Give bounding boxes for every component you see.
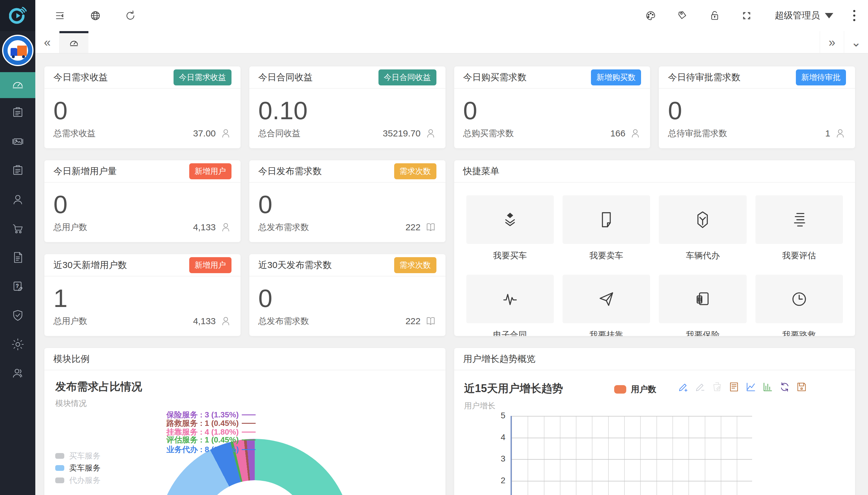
quick-item-affiliation[interactable]: 我要挂靠 — [562, 275, 650, 336]
sidebar-item-requirements[interactable] — [0, 156, 35, 185]
user-icon — [629, 128, 641, 139]
tabs-scroll-left-button[interactable]: « — [35, 31, 59, 53]
sidebar-item-dashboard[interactable] — [0, 72, 35, 98]
total-label: 总发布需求数 — [258, 222, 309, 233]
legend-item-sell-service[interactable]: 卖车服务 — [55, 463, 101, 473]
status-badge: 新增用户 — [189, 163, 231, 179]
stat-card-contract-income: 今日合同收益今日合同收益 0.10 总合同收益 35219.70 — [249, 66, 446, 148]
quick-item-e-contract[interactable]: 电子合同 — [466, 275, 554, 336]
theme-button[interactable] — [644, 9, 658, 23]
menu-collapse-icon — [54, 10, 66, 22]
legend-item-agency-service[interactable]: 代办服务 — [55, 475, 101, 485]
book-icon — [425, 222, 436, 233]
quick-item-road-rescue[interactable]: 我要路救 — [756, 275, 843, 336]
card-title: 用户增长趋势概览 — [463, 353, 536, 365]
caret-down-icon — [825, 13, 833, 18]
unlock-icon — [709, 10, 721, 22]
sidebar-item-feedback[interactable]: ? — [0, 272, 35, 301]
status-badge: 今日需求收益 — [174, 69, 231, 85]
sidebar-item-settings[interactable] — [0, 330, 35, 359]
stat-value: 1 — [53, 284, 231, 312]
sidebar-item-users[interactable] — [0, 185, 35, 214]
tab-dashboard[interactable] — [59, 31, 88, 53]
sidebar-collapse-button[interactable] — [53, 9, 67, 23]
refresh-icon[interactable] — [779, 381, 791, 393]
stat-value: 0 — [258, 190, 436, 218]
refresh-button[interactable] — [123, 9, 137, 23]
edit-add-icon[interactable] — [678, 381, 689, 393]
more-options-button[interactable] — [853, 10, 855, 21]
quick-item-evaluate[interactable]: 我要评估 — [756, 195, 843, 261]
legend-swatch — [614, 385, 626, 394]
clear-icon[interactable] — [711, 381, 723, 393]
status-badge: 今日合同收益 — [379, 69, 436, 85]
card-title: 今日合同收益 — [258, 71, 313, 84]
sidebar-menu: ? — [0, 72, 35, 388]
legend-item-user-count[interactable]: 用户数 — [614, 383, 656, 395]
line-chart-icon[interactable] — [745, 381, 757, 393]
legend-swatch — [55, 478, 64, 483]
top-header: 超级管理员 — [35, 0, 868, 31]
user-growth-card: 用户增长趋势概览 近15天用户增长趋势 用户数 — [454, 348, 855, 495]
lock-screen-button[interactable] — [708, 9, 722, 23]
user-menu[interactable]: 超级管理员 — [775, 10, 833, 22]
gallery-icon — [11, 135, 24, 148]
user-name: 超级管理员 — [775, 10, 820, 22]
line-chart-area: 近15天用户增长趋势 用户数 — [454, 370, 855, 495]
svg-text:?: ? — [16, 283, 18, 289]
sidebar-item-banners[interactable] — [0, 127, 35, 156]
quick-item-label: 我要评估 — [782, 250, 816, 261]
app-logo[interactable] — [0, 0, 35, 31]
dashboard-content: 今日需求收益今日需求收益 0 总需求收益 37.00 今日合同收益今日合同收益 … — [35, 53, 868, 495]
card-title: 今日发布需求数 — [258, 165, 322, 177]
paper-plane-icon — [597, 290, 616, 308]
stat-value: 0 — [53, 190, 231, 218]
pulse-icon — [501, 290, 519, 308]
tags-button[interactable] — [676, 9, 690, 23]
legend-item-buy-service[interactable]: 买车服务 — [55, 450, 101, 461]
stat-card-new-users-today: 今日新增用户量新增用户 0 总用户数 4,133 — [45, 160, 241, 242]
save-icon[interactable] — [796, 381, 808, 393]
sidebar-item-security[interactable] — [0, 301, 35, 330]
quick-item-label: 电子合同 — [493, 329, 527, 336]
data-view-icon[interactable] — [728, 381, 740, 393]
chart-subtitle: 模块情况 — [55, 398, 87, 409]
total-label: 总购买需求数 — [463, 128, 514, 139]
tabs-scroll-right-button[interactable]: » — [820, 31, 844, 53]
quick-item-buy-car[interactable]: 我要买车 — [466, 195, 554, 261]
sidebar-item-documents[interactable] — [0, 243, 35, 272]
card-title: 模块比例 — [53, 353, 90, 365]
clock-icon — [790, 290, 809, 308]
fullscreen-icon — [741, 10, 753, 22]
tabs-menu-button[interactable]: ⌄ — [844, 31, 868, 53]
total-label: 总发布需求数 — [258, 315, 309, 327]
status-badge: 新增用户 — [189, 257, 231, 273]
legend-swatch — [55, 465, 64, 471]
bar-chart-icon[interactable] — [762, 381, 774, 393]
language-button[interactable] — [88, 9, 102, 23]
quick-item-vehicle-agency[interactable]: 车辆代办 — [659, 195, 746, 261]
y-tick: 4 — [466, 432, 505, 442]
edit-remove-icon[interactable] — [694, 381, 706, 393]
total-value: 35219.70 — [383, 128, 420, 139]
pie-chart-area: 发布需求占比情况 模块情况 保险服务 : 3 (1.35%) 路救服务 : 1 … — [45, 370, 446, 495]
fullscreen-button[interactable] — [740, 9, 753, 23]
total-value: 222 — [405, 222, 420, 233]
quick-item-label: 我要卖车 — [589, 250, 623, 261]
sidebar-item-admins[interactable] — [0, 359, 35, 388]
chart-title: 发布需求占比情况 — [55, 379, 142, 394]
user-icon — [425, 128, 436, 139]
stat-card-published-demand-today: 今日发布需求数需求次数 0 总发布需求数 222 — [249, 160, 446, 242]
y-tick: 3 — [466, 454, 505, 464]
sidebar-item-shop[interactable] — [0, 214, 35, 243]
status-badge: 新增待审批 — [796, 69, 846, 85]
total-label: 总待审批需求数 — [668, 128, 727, 139]
tab-bar: « » ⌄ — [35, 31, 868, 53]
palette-icon — [645, 10, 657, 22]
sidebar-item-orders[interactable] — [0, 98, 35, 127]
truck-emblem-inner — [7, 40, 28, 61]
quick-item-sell-car[interactable]: 我要卖车 — [562, 195, 650, 261]
quick-item-insurance[interactable]: 我要保险 — [659, 275, 746, 336]
chart-grid[interactable] — [511, 416, 752, 495]
module-ratio-card: 模块比例 发布需求占比情况 模块情况 保险服务 : 3 (1.35%) 路救服务… — [45, 348, 446, 495]
